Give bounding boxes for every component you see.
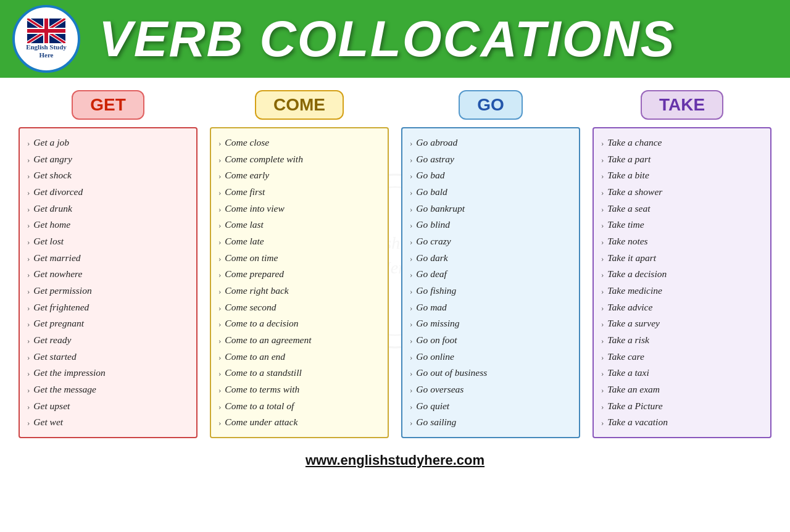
list-item: ›Go quiet xyxy=(410,398,574,415)
item-text: Come to an agreement xyxy=(225,332,311,349)
item-text: Go sailing xyxy=(416,414,456,431)
list-item: ›Get ready xyxy=(27,332,191,349)
take-items-box: ›Take a chance›Take a part›Take a bite›T… xyxy=(592,127,771,438)
list-item: ›Take time xyxy=(601,217,765,233)
item-text: Come prepared xyxy=(225,266,284,283)
list-item: ›Take a bite xyxy=(601,167,765,184)
item-text: Take a decision xyxy=(607,266,667,283)
list-item: ›Get lost xyxy=(27,233,191,250)
list-item: ›Get upset xyxy=(27,398,191,415)
list-item: ›Come to an end xyxy=(218,349,383,365)
item-text: Go out of business xyxy=(416,365,487,381)
list-item: ›Go blind xyxy=(410,217,574,233)
item-text: Get home xyxy=(33,217,70,233)
list-item: ›Go bankrupt xyxy=(410,201,574,217)
list-item: ›Come complete with xyxy=(218,151,383,168)
arrow-icon: › xyxy=(27,334,30,347)
item-text: Go blind xyxy=(416,217,450,233)
arrow-icon: › xyxy=(410,416,412,430)
list-item: ›Take a survey xyxy=(601,315,765,332)
list-item: ›Take a Picture xyxy=(601,398,765,415)
item-text: Go mad xyxy=(416,299,447,316)
arrow-icon: › xyxy=(218,252,221,265)
arrow-icon: › xyxy=(27,252,30,265)
list-item: ›Go online xyxy=(410,349,574,365)
arrow-icon: › xyxy=(410,136,412,150)
uk-flag-icon xyxy=(27,19,65,43)
item-text: Take an exam xyxy=(607,381,660,398)
list-item: ›Come right back xyxy=(218,283,383,299)
list-item: ›Come second xyxy=(218,299,383,316)
list-item: ›Take notes xyxy=(601,233,765,250)
item-text: Go deaf xyxy=(416,266,447,283)
arrow-icon: › xyxy=(410,268,412,281)
item-text: Get drunk xyxy=(33,201,72,217)
arrow-icon: › xyxy=(27,400,30,414)
item-text: Go dark xyxy=(416,250,447,267)
arrow-icon: › xyxy=(601,285,604,298)
arrow-icon: › xyxy=(601,202,604,216)
list-item: ›Come early xyxy=(218,167,383,184)
list-item: ›Take a vacation xyxy=(601,414,765,431)
item-text: Come close xyxy=(225,135,269,151)
item-text: Come to terms with xyxy=(225,381,299,398)
item-text: Come right back xyxy=(225,283,288,299)
list-item: ›Go mad xyxy=(410,299,574,316)
item-text: Get the impression xyxy=(33,365,106,381)
arrow-icon: › xyxy=(601,383,604,397)
item-text: Take a part xyxy=(607,151,651,168)
arrow-icon: › xyxy=(601,136,604,150)
item-text: Come into view xyxy=(225,201,284,217)
list-item: ›Take a decision xyxy=(601,266,765,283)
arrow-icon: › xyxy=(27,268,30,281)
item-text: Come first xyxy=(225,184,265,201)
arrow-icon: › xyxy=(27,235,30,249)
arrow-icon: › xyxy=(27,186,30,199)
list-item: ›Go on foot xyxy=(410,332,574,349)
item-text: Come to a decision xyxy=(225,315,298,332)
footer-url: www.englishstudyhere.com xyxy=(0,447,790,471)
list-item: ›Take a seat xyxy=(601,201,765,217)
arrow-icon: › xyxy=(27,367,30,380)
item-text: Come on time xyxy=(225,250,278,267)
item-text: Take a shower xyxy=(607,184,662,201)
item-text: Come second xyxy=(225,299,276,316)
list-item: ›Come into view xyxy=(218,201,383,217)
list-item: ›Get frightened xyxy=(27,299,191,316)
item-text: Go abroad xyxy=(416,135,457,151)
item-text: Take a chance xyxy=(607,135,662,151)
item-text: Get permission xyxy=(33,283,91,299)
list-item: ›Go deaf xyxy=(410,266,574,283)
page-wrapper: English StudyHere VERB COLLOCATIONS Engl… xyxy=(0,0,790,477)
item-text: Get a job xyxy=(33,135,69,151)
arrow-icon: › xyxy=(410,301,412,315)
list-item: ›Come to a standstill xyxy=(218,365,383,381)
list-item: ›Get divorced xyxy=(27,184,191,201)
logo-text: English StudyHere xyxy=(26,43,67,59)
item-text: Get upset xyxy=(33,398,70,415)
arrow-icon: › xyxy=(218,334,221,347)
item-text: Take a taxi xyxy=(607,365,649,381)
list-item: ›Come to an agreement xyxy=(218,332,383,349)
list-item: ›Come close xyxy=(218,135,383,151)
item-text: Get nowhere xyxy=(33,266,82,283)
item-text: Go crazy xyxy=(416,233,451,250)
arrow-icon: › xyxy=(410,383,412,397)
arrow-icon: › xyxy=(218,186,221,199)
item-text: Come under attack xyxy=(225,414,297,431)
go-header: GO xyxy=(459,90,523,120)
item-text: Get pregnant xyxy=(33,315,84,332)
arrow-icon: › xyxy=(218,383,221,397)
arrow-icon: › xyxy=(218,367,221,380)
page-title: VERB COLLOCATIONS xyxy=(80,10,675,68)
item-text: Take time xyxy=(607,217,644,233)
arrow-icon: › xyxy=(410,351,412,364)
arrow-icon: › xyxy=(410,317,412,331)
list-item: ›Come late xyxy=(218,233,383,250)
list-item: ›Take a risk xyxy=(601,332,765,349)
list-item: ›Take a taxi xyxy=(601,365,765,381)
item-text: Go overseas xyxy=(416,381,464,398)
item-text: Come complete with xyxy=(225,151,303,168)
item-text: Take a bite xyxy=(607,167,649,184)
item-text: Get married xyxy=(33,250,80,267)
